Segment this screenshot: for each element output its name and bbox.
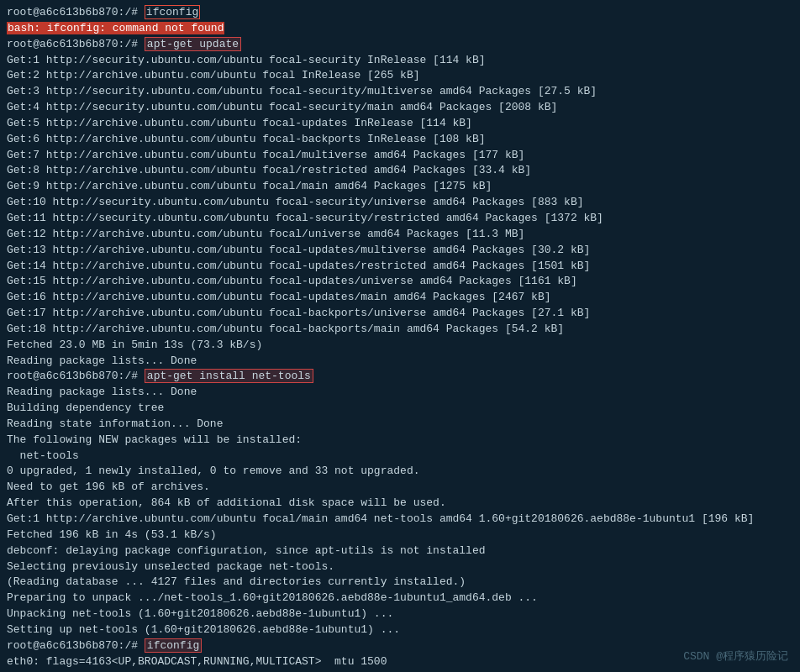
terminal-line: net-tools: [7, 449, 793, 465]
terminal-line: Get:8 http://archive.ubuntu.com/ubuntu f…: [7, 163, 793, 179]
command: apt-get update: [145, 37, 241, 51]
terminal-line: debconf: delaying package configuration,…: [7, 543, 793, 559]
terminal-line: Get:10 http://security.ubuntu.com/ubuntu…: [7, 195, 793, 211]
terminal-line: eth0: flags=4163<UP,BROADCAST,RUNNING,MU…: [7, 654, 793, 670]
terminal-line: The following NEW packages will be insta…: [7, 433, 793, 449]
watermark: CSDN @程序猿历险记: [683, 648, 788, 664]
command: apt-get install net-tools: [145, 369, 313, 383]
terminal-line: Get:16 http://archive.ubuntu.com/ubuntu …: [7, 290, 793, 306]
terminal-line: Get:1 http://security.ubuntu.com/ubuntu …: [7, 53, 793, 69]
terminal-line: Get:13 http://archive.ubuntu.com/ubuntu …: [7, 243, 793, 259]
terminal-line: Get:3 http://security.ubuntu.com/ubuntu …: [7, 84, 793, 100]
terminal-line: (Reading database ... 4127 files and dir…: [7, 575, 793, 591]
terminal-line: Get:1 http://archive.ubuntu.com/ubuntu f…: [7, 512, 793, 528]
terminal-line: root@a6c613b6b870:/# ifconfig: [7, 5, 793, 21]
terminal-line: Get:2 http://archive.ubuntu.com/ubuntu f…: [7, 68, 793, 84]
terminal-line: After this operation, 864 kB of addition…: [7, 496, 793, 512]
terminal: root@a6c613b6b870:/# ifconfigbash: ifcon…: [0, 0, 800, 672]
terminal-line: root@a6c613b6b870:/# ifconfig: [7, 638, 793, 654]
command: ifconfig: [145, 5, 200, 19]
terminal-line: bash: ifconfig: command not found: [7, 21, 793, 37]
prompt: root@a6c613b6b870:/#: [7, 370, 145, 382]
terminal-line: 0 upgraded, 1 newly installed, 0 to remo…: [7, 464, 793, 480]
terminal-line: root@a6c613b6b870:/# apt-get install net…: [7, 369, 793, 385]
error-text: bash: ifconfig: command not found: [7, 22, 224, 34]
terminal-line: Fetched 196 kB in 4s (53.1 kB/s): [7, 528, 793, 543]
terminal-line: Get:6 http://archive.ubuntu.com/ubuntu f…: [7, 132, 793, 148]
prompt: root@a6c613b6b870:/#: [7, 38, 145, 50]
terminal-line: root@a6c613b6b870:/# apt-get update: [7, 37, 793, 53]
terminal-line: Get:15 http://archive.ubuntu.com/ubuntu …: [7, 274, 793, 290]
terminal-line: Get:5 http://archive.ubuntu.com/ubuntu f…: [7, 116, 793, 132]
terminal-line: Need to get 196 kB of archives.: [7, 480, 793, 496]
terminal-line: Preparing to unpack .../net-tools_1.60+g…: [7, 591, 793, 606]
terminal-line: Get:14 http://archive.ubuntu.com/ubuntu …: [7, 259, 793, 275]
terminal-line: Fetched 23.0 MB in 5min 13s (73.3 kB/s): [7, 338, 793, 354]
terminal-line: Reading package lists... Done: [7, 385, 793, 401]
terminal-line: Selecting previously unselected package …: [7, 559, 793, 575]
terminal-line: Building dependency tree: [7, 401, 793, 417]
terminal-line: Get:11 http://security.ubuntu.com/ubuntu…: [7, 211, 793, 227]
prompt: root@a6c613b6b870:/#: [7, 639, 145, 652]
terminal-line: Unpacking net-tools (1.60+git20180626.ae…: [7, 606, 793, 622]
terminal-line: Get:12 http://archive.ubuntu.com/ubuntu …: [7, 227, 793, 243]
terminal-line: Reading state information... Done: [7, 417, 793, 433]
command: ifconfig: [145, 638, 202, 653]
terminal-line: Get:4 http://security.ubuntu.com/ubuntu …: [7, 100, 793, 116]
terminal-line: Get:9 http://archive.ubuntu.com/ubuntu f…: [7, 179, 793, 195]
terminal-line: Reading package lists... Done: [7, 354, 793, 370]
terminal-line: Get:17 http://archive.ubuntu.com/ubuntu …: [7, 306, 793, 322]
prompt: root@a6c613b6b870:/#: [7, 6, 145, 18]
terminal-line: Get:7 http://archive.ubuntu.com/ubuntu f…: [7, 148, 793, 164]
terminal-line: Get:18 http://archive.ubuntu.com/ubuntu …: [7, 322, 793, 338]
terminal-line: Setting up net-tools (1.60+git20180626.a…: [7, 622, 793, 638]
